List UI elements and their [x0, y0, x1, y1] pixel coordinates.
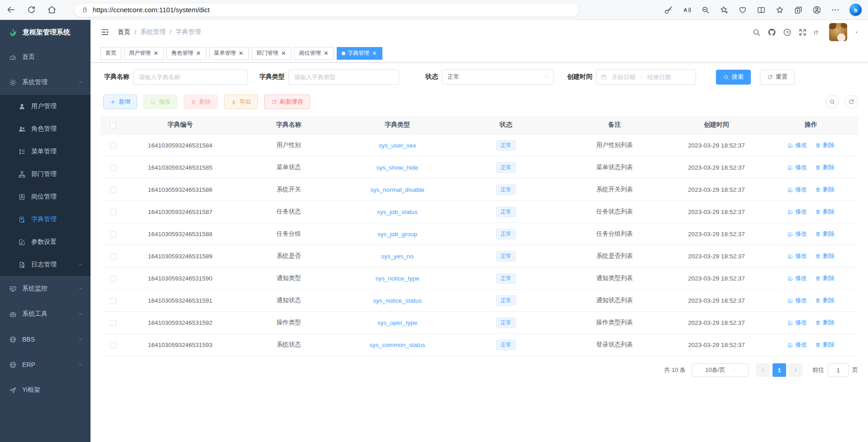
row-checkbox[interactable] [110, 165, 116, 171]
row-edit-button[interactable]: 修改 [787, 208, 807, 216]
page-tab[interactable]: 角色管理 [167, 47, 206, 60]
dict-type-link[interactable]: sys_job_group [377, 231, 417, 238]
row-delete-button[interactable]: 删除 [815, 208, 835, 216]
tab-close-icon[interactable] [238, 50, 244, 56]
row-edit-button[interactable]: 修改 [787, 141, 807, 149]
reset-button[interactable]: 重置 [760, 70, 795, 85]
dict-type-link[interactable]: sys_user_sex [379, 142, 416, 149]
page-tab[interactable]: 字典管理 [337, 47, 382, 60]
edit-button[interactable]: 修改 [143, 95, 177, 109]
browser-nav-icon[interactable] [47, 5, 57, 14]
browser-action-icon[interactable] [812, 5, 821, 14]
sidebar-item[interactable]: 参数设置 [0, 231, 91, 253]
prev-page-button[interactable] [756, 363, 770, 377]
sidebar-item[interactable]: BBS [0, 327, 91, 352]
row-checkbox[interactable] [110, 143, 116, 149]
row-delete-button[interactable]: 删除 [815, 296, 835, 304]
search-button[interactable]: 搜索 [716, 70, 751, 85]
page-tab[interactable]: 菜单管理 [209, 47, 249, 60]
status-select-value[interactable] [442, 69, 553, 85]
page-tab[interactable]: 首页 [100, 47, 121, 60]
row-edit-button[interactable]: 修改 [787, 318, 807, 327]
select-all-checkbox[interactable] [110, 122, 116, 128]
delete-button[interactable]: 删除 [184, 95, 218, 109]
row-delete-button[interactable]: 删除 [815, 163, 835, 171]
browser-action-icon[interactable] [738, 5, 747, 14]
sidebar-item[interactable]: 系统管理 [0, 70, 91, 95]
breadcrumb-home[interactable]: 首页 [118, 28, 130, 36]
date-range-picker[interactable]: - [596, 69, 696, 85]
sidebar-item[interactable]: 字典管理 [0, 208, 91, 231]
browser-action-icon[interactable] [664, 5, 673, 14]
start-date-input[interactable] [610, 74, 638, 81]
row-checkbox[interactable] [110, 231, 116, 238]
dict-type-link[interactable]: sys_show_hide [377, 164, 418, 171]
sidebar-item[interactable]: ERP [0, 352, 91, 377]
sidebar-item[interactable]: 用户管理 [0, 95, 91, 118]
page-size-select[interactable]: 10条/页 [692, 363, 749, 377]
status-select[interactable] [442, 69, 553, 85]
browser-action-icon[interactable] [682, 5, 692, 14]
row-checkbox[interactable] [110, 187, 116, 193]
row-delete-button[interactable]: 删除 [815, 185, 835, 194]
toggle-search-button[interactable] [825, 95, 839, 109]
row-edit-button[interactable]: 修改 [787, 252, 807, 260]
row-edit-button[interactable]: 修改 [787, 296, 807, 304]
tab-close-icon[interactable] [196, 50, 201, 56]
next-page-button[interactable] [789, 363, 802, 377]
sidebar-item[interactable]: 日志管理 [0, 253, 91, 276]
header-action-icon[interactable] [814, 28, 822, 37]
goto-page-input[interactable] [828, 363, 849, 377]
sidebar-item[interactable]: Yi框架 [0, 377, 91, 403]
dict-type-link[interactable]: sys_common_status [369, 342, 425, 348]
row-checkbox[interactable] [110, 320, 116, 326]
user-avatar[interactable] [829, 23, 847, 41]
header-action-icon[interactable] [783, 28, 792, 37]
row-delete-button[interactable]: 删除 [815, 230, 835, 238]
bing-icon[interactable] [849, 4, 862, 16]
app-logo[interactable]: 意框架管理系统 [0, 20, 91, 44]
browser-action-icon[interactable] [831, 5, 840, 14]
dict-name-input[interactable] [133, 69, 248, 85]
current-page-button[interactable]: 1 [773, 363, 786, 377]
page-tab[interactable]: 用户管理 [124, 47, 164, 60]
sidebar-item[interactable]: 岗位管理 [0, 185, 91, 208]
sidebar-item[interactable]: 菜单管理 [0, 140, 91, 163]
export-button[interactable]: 导出 [224, 95, 258, 109]
tab-close-icon[interactable] [281, 50, 286, 56]
browser-action-icon[interactable] [701, 5, 710, 14]
dict-type-link[interactable]: sys_oper_type [377, 319, 417, 326]
page-tab[interactable]: 部门管理 [252, 47, 291, 60]
sidebar-fold-icon[interactable] [100, 28, 110, 37]
refresh-table-button[interactable] [844, 95, 858, 109]
row-delete-button[interactable]: 删除 [815, 341, 835, 349]
url-text[interactable]: https://ccnetcore.com:1101/system/dict [93, 6, 210, 14]
row-delete-button[interactable]: 删除 [815, 274, 835, 282]
sidebar-item[interactable]: 首页 [0, 44, 91, 70]
address-bar[interactable]: https://ccnetcore.com:1101/system/dict [74, 3, 580, 17]
row-edit-button[interactable]: 修改 [787, 163, 807, 171]
row-delete-button[interactable]: 删除 [815, 252, 835, 260]
dict-type-link[interactable]: sys_normal_disable [370, 186, 424, 193]
row-checkbox[interactable] [110, 209, 116, 215]
row-edit-button[interactable]: 修改 [787, 230, 807, 238]
browser-nav-icon[interactable] [6, 5, 16, 14]
tab-close-icon[interactable] [153, 50, 159, 56]
row-delete-button[interactable]: 删除 [815, 318, 835, 327]
sidebar-item[interactable]: 角色管理 [0, 118, 91, 140]
browser-action-icon[interactable] [757, 5, 766, 14]
sidebar-item[interactable]: 系统工具 [0, 301, 91, 327]
row-edit-button[interactable]: 修改 [787, 274, 807, 282]
row-checkbox[interactable] [110, 276, 116, 282]
sidebar-item[interactable]: 系统监控 [0, 276, 91, 301]
dict-type-link[interactable]: sys_yes_no [381, 253, 413, 260]
browser-action-icon[interactable] [775, 5, 784, 14]
tab-close-icon[interactable] [323, 50, 329, 56]
sidebar-item[interactable]: 部门管理 [0, 163, 91, 185]
refresh-cache-button[interactable]: 刷新缓存 [264, 95, 310, 109]
page-tab[interactable]: 岗位管理 [294, 47, 334, 60]
row-edit-button[interactable]: 修改 [787, 185, 807, 194]
row-checkbox[interactable] [110, 298, 116, 304]
browser-action-icon[interactable] [794, 5, 803, 14]
header-action-icon[interactable] [798, 28, 807, 37]
